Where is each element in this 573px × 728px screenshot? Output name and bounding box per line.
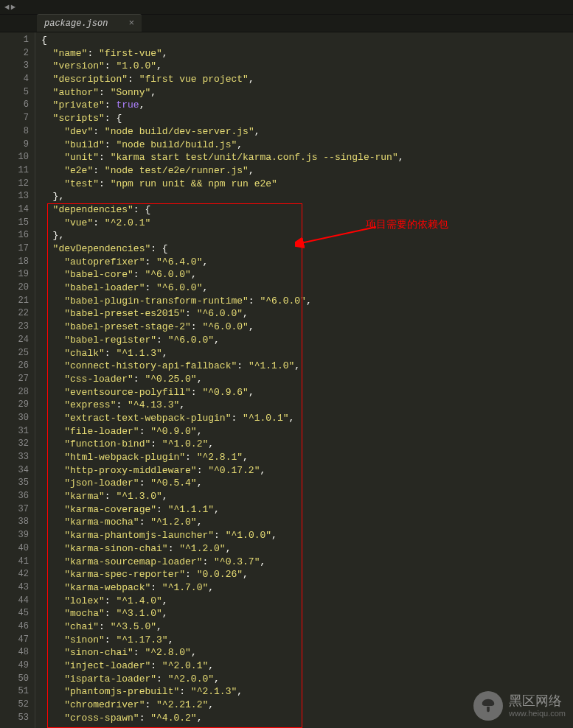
code-line: "karma-mocha": "^1.2.0",	[41, 516, 573, 529]
line-number: 31	[0, 425, 29, 438]
line-number: 36	[0, 490, 29, 503]
line-number: 9	[0, 139, 29, 152]
line-number: 29	[0, 399, 29, 412]
line-number: 32	[0, 438, 29, 451]
code-line: "description": "first vue project",	[41, 73, 573, 86]
code-line: "build": "node build/build.js",	[41, 139, 573, 152]
line-number: 23	[0, 321, 29, 334]
code-line: "unit": "karma start test/unit/karma.con…	[41, 151, 573, 164]
line-number: 16	[0, 229, 29, 242]
code-line: "extract-text-webpack-plugin": "^1.0.1",	[41, 412, 573, 425]
line-number: 26	[0, 360, 29, 373]
line-number: 13	[0, 190, 29, 203]
close-icon[interactable]: ×	[128, 18, 134, 29]
line-number: 51	[0, 685, 29, 699]
line-number: 47	[0, 634, 29, 647]
line-number: 6	[0, 99, 29, 112]
line-number: 1	[0, 34, 29, 47]
tab-package-json[interactable]: package.json ×	[37, 14, 142, 32]
line-gutter: 1234567891011121314151617181920212223242…	[0, 32, 35, 728]
code-line: "babel-loader": "^6.0.0",	[41, 281, 573, 295]
line-number: 35	[0, 477, 29, 490]
tab-title: package.json	[44, 18, 108, 29]
line-number: 30	[0, 412, 29, 425]
watermark-title: 黑区网络	[509, 694, 566, 709]
line-number: 5	[0, 86, 29, 99]
line-number: 49	[0, 659, 29, 673]
code-line: "babel-preset-stage-2": "^6.0.0",	[41, 321, 573, 334]
line-number: 24	[0, 334, 29, 347]
code-line: "html-webpack-plugin": "^2.8.1",	[41, 451, 573, 464]
editor[interactable]: 1234567891011121314151617181920212223242…	[0, 32, 573, 728]
code-line: "karma-sinon-chai": "^1.2.0",	[41, 542, 573, 556]
watermark-url: www.heiqu.com	[509, 709, 566, 718]
code-line: "dependencies": {	[41, 203, 573, 217]
code-line: "karma-webpack": "^1.7.0",	[41, 581, 573, 595]
line-number: 34	[0, 464, 29, 477]
line-number: 41	[0, 556, 29, 569]
code-line: "name": "first-vue",	[41, 47, 573, 60]
line-number: 3	[0, 60, 29, 73]
code-line: "json-loader": "^0.5.4",	[41, 477, 573, 490]
code-line: "file-loader": "^0.9.0",	[41, 425, 573, 438]
line-number: 20	[0, 281, 29, 295]
code-area[interactable]: { "name": "first-vue", "version": "1.0.0…	[35, 32, 573, 728]
code-line: "babel-register": "^6.0.0",	[41, 334, 573, 347]
code-line: },	[41, 190, 573, 203]
line-number: 21	[0, 295, 29, 308]
line-number: 37	[0, 503, 29, 517]
code-line: "karma-coverage": "^1.1.1",	[41, 503, 573, 517]
line-number: 15	[0, 217, 29, 230]
code-line: "dev": "node build/dev-server.js",	[41, 125, 573, 139]
line-number: 27	[0, 373, 29, 386]
line-number: 45	[0, 607, 29, 620]
line-number: 2	[0, 47, 29, 60]
code-line: "babel-preset-es2015": "^6.0.0",	[41, 307, 573, 321]
code-line: },	[41, 229, 573, 242]
line-number: 17	[0, 242, 29, 256]
line-number: 19	[0, 268, 29, 281]
nav-forward-icon[interactable]: ►	[11, 3, 16, 12]
code-line: "http-proxy-middleware": "^0.17.2",	[41, 464, 573, 477]
line-number: 52	[0, 699, 29, 712]
line-number: 40	[0, 542, 29, 556]
line-number: 8	[0, 125, 29, 139]
line-number: 4	[0, 73, 29, 86]
line-number: 39	[0, 529, 29, 542]
code-line: "karma": "^1.3.0",	[41, 490, 573, 503]
code-line: "karma-spec-reporter": "0.0.26",	[41, 568, 573, 581]
code-line: {	[41, 34, 573, 47]
line-number: 11	[0, 164, 29, 178]
code-line: "express": "^4.13.3",	[41, 399, 573, 412]
line-number: 28	[0, 386, 29, 399]
code-line: "lolex": "^1.4.0",	[41, 595, 573, 608]
mushroom-icon	[473, 691, 503, 721]
code-line: "test": "npm run unit && npm run e2e"	[41, 178, 573, 191]
tab-bar: package.json ×	[0, 15, 573, 32]
line-number: 18	[0, 256, 29, 269]
line-number: 50	[0, 673, 29, 686]
code-line: "mocha": "^3.1.0",	[41, 607, 573, 620]
line-number: 25	[0, 347, 29, 360]
line-number: 46	[0, 620, 29, 634]
line-number: 14	[0, 203, 29, 217]
line-number: 33	[0, 451, 29, 464]
line-number: 7	[0, 112, 29, 125]
watermark: 黑区网络 www.heiqu.com	[473, 691, 566, 721]
code-line: "private": true,	[41, 99, 573, 112]
window-top-bar: ◄ ►	[0, 0, 573, 15]
nav-back-icon[interactable]: ◄	[4, 3, 10, 12]
code-line: "sinon": "^1.17.3",	[41, 634, 573, 647]
code-line: "version": "1.0.0",	[41, 60, 573, 73]
code-line: "function-bind": "^1.0.2",	[41, 438, 573, 451]
code-line: "sinon-chai": "^2.8.0",	[41, 646, 573, 659]
code-line: "scripts": {	[41, 112, 573, 125]
line-number: 43	[0, 581, 29, 595]
code-line: "devDependencies": {	[41, 242, 573, 256]
line-number: 53	[0, 712, 29, 725]
code-line: "vue": "^2.0.1"	[41, 217, 573, 230]
line-number: 22	[0, 307, 29, 321]
line-number: 10	[0, 151, 29, 164]
code-line: "chalk": "^1.1.3",	[41, 347, 573, 360]
line-number: 12	[0, 178, 29, 191]
